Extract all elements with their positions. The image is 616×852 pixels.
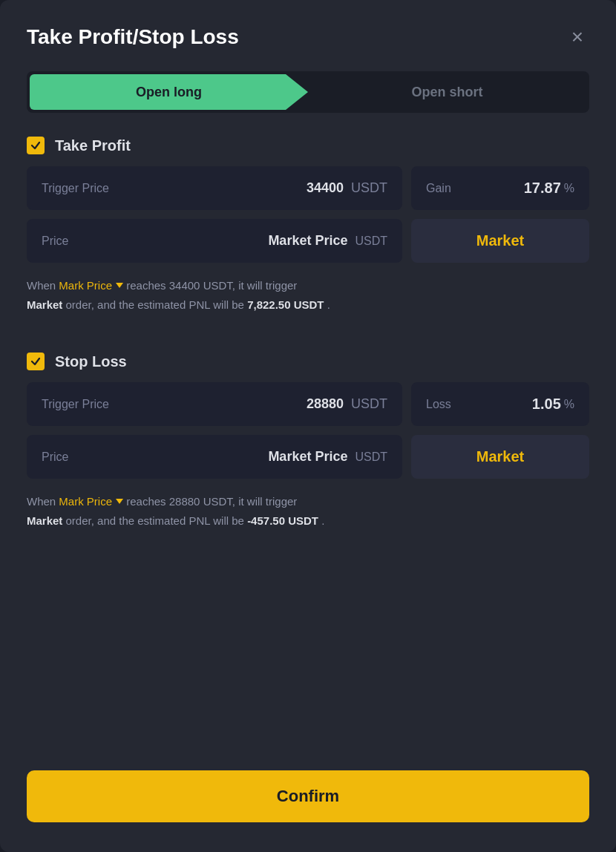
stop-loss-price-row: Price Market Price USDT Market (27, 435, 589, 479)
gain-value: 17.87 % (524, 180, 574, 197)
loss-label: Loss (426, 398, 451, 411)
stop-loss-mark-price-dropdown-icon (116, 499, 123, 504)
take-profit-label: Take Profit (55, 137, 131, 154)
take-profit-market-button[interactable]: Market (411, 219, 589, 263)
stop-loss-label: Stop Loss (55, 353, 127, 370)
close-button[interactable]: × (566, 24, 589, 50)
take-profit-trigger-value: 34400 USDT (307, 180, 387, 196)
stop-loss-loss-field: Loss 1.05 % (411, 382, 589, 426)
stop-loss-mark-price-link[interactable]: Mark Price (59, 492, 123, 511)
stop-loss-trigger-field[interactable]: Trigger Price 28880 USDT (27, 382, 402, 426)
stop-loss-checkbox[interactable] (27, 353, 45, 370)
modal-title: Take Profit/Stop Loss (27, 25, 239, 49)
stop-loss-info: When Mark Price reaches 28880 USDT, it w… (27, 492, 589, 530)
stop-loss-section: Stop Loss Trigger Price 28880 USDT Loss … (27, 353, 589, 551)
modal-container: Take Profit/Stop Loss × Open long Open s… (0, 0, 616, 852)
modal-header: Take Profit/Stop Loss × (27, 24, 589, 50)
mark-price-dropdown-icon (116, 283, 123, 288)
take-profit-header: Take Profit (27, 137, 589, 154)
gain-label: Gain (426, 182, 451, 195)
take-profit-price-row: Price Market Price USDT Market (27, 219, 589, 263)
take-profit-trigger-row: Trigger Price 34400 USDT Gain 17.87 % (27, 166, 589, 210)
tab-open-short[interactable]: Open short (308, 74, 586, 110)
stop-loss-market-button[interactable]: Market (411, 435, 589, 479)
take-profit-price-value: Market Price USDT (268, 233, 387, 249)
take-profit-gain-field: Gain 17.87 % (411, 166, 589, 210)
take-profit-trigger-field[interactable]: Trigger Price 34400 USDT (27, 166, 402, 210)
stop-loss-price-label: Price (42, 450, 68, 464)
stop-loss-trigger-label: Trigger Price (42, 398, 109, 411)
tab-switcher: Open long Open short (27, 71, 589, 113)
stop-loss-price-value: Market Price USDT (268, 449, 387, 465)
take-profit-price-field[interactable]: Price Market Price USDT (27, 219, 402, 263)
take-profit-section: Take Profit Trigger Price 34400 USDT Gai… (27, 137, 589, 335)
confirm-button[interactable]: Confirm (27, 770, 589, 822)
mark-price-link[interactable]: Mark Price (59, 276, 123, 295)
take-profit-checkbox[interactable] (27, 137, 45, 154)
stop-loss-header: Stop Loss (27, 353, 589, 370)
stop-loss-trigger-row: Trigger Price 28880 USDT Loss 1.05 % (27, 382, 589, 426)
stop-loss-trigger-value: 28880 USDT (307, 396, 387, 412)
take-profit-info: When Mark Price reaches 34400 USDT, it w… (27, 276, 589, 314)
tab-open-long[interactable]: Open long (30, 74, 308, 110)
stop-loss-price-field[interactable]: Price Market Price USDT (27, 435, 402, 479)
take-profit-trigger-label: Trigger Price (42, 182, 109, 195)
loss-value: 1.05 % (532, 396, 574, 413)
take-profit-price-label: Price (42, 235, 68, 248)
